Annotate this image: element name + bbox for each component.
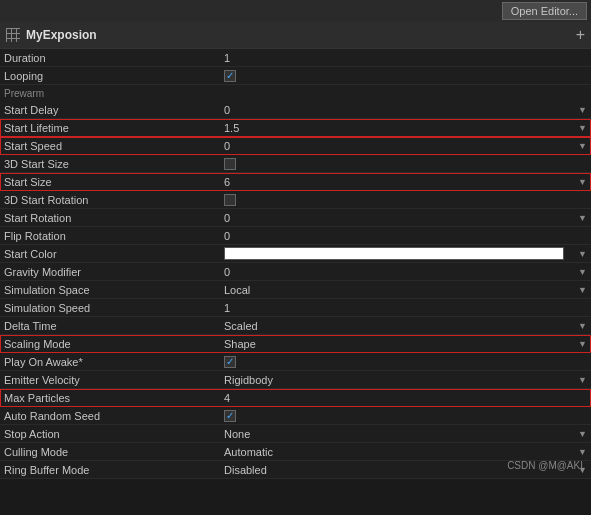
property-label: Start Lifetime xyxy=(4,122,224,134)
property-value[interactable]: 1.5▼ xyxy=(224,122,587,134)
grid-icon xyxy=(6,28,20,42)
value-text: Rigidbody xyxy=(224,374,273,386)
value-text: Local xyxy=(224,284,250,296)
property-value: 4 xyxy=(224,392,587,404)
property-label: Simulation Speed xyxy=(4,302,224,314)
open-editor-button[interactable]: Open Editor... xyxy=(502,2,587,20)
property-value[interactable]: Shape▼ xyxy=(224,338,587,350)
property-label: Start Color xyxy=(4,248,224,260)
property-row: Start Speed0▼ xyxy=(0,137,591,155)
property-value[interactable]: Automatic▼ xyxy=(224,446,587,458)
property-row: Scaling ModeShape▼ xyxy=(0,335,591,353)
property-value[interactable]: 0▼ xyxy=(224,212,587,224)
property-label: Start Rotation xyxy=(4,212,224,224)
value-text: 0 xyxy=(224,266,230,278)
property-label: 3D Start Rotation xyxy=(4,194,224,206)
dropdown-arrow-icon: ▼ xyxy=(578,285,587,295)
property-label: Start Delay xyxy=(4,104,224,116)
property-label: Delta Time xyxy=(4,320,224,332)
property-label: Play On Awake* xyxy=(4,356,224,368)
property-label: Looping xyxy=(4,70,224,82)
property-value[interactable]: Local▼ xyxy=(224,284,587,296)
property-row: Looping xyxy=(0,67,591,85)
dropdown-arrow-icon: ▼ xyxy=(578,141,587,151)
color-swatch[interactable] xyxy=(224,247,564,260)
value-text: Shape xyxy=(224,338,256,350)
property-value: 1 xyxy=(224,52,587,64)
checkbox-3d-start-rotation[interactable] xyxy=(224,194,236,206)
property-row: Gravity Modifier0▼ xyxy=(0,263,591,281)
property-label: Start Size xyxy=(4,176,224,188)
property-row: Duration1 xyxy=(0,49,591,67)
property-row: Start Color▼ xyxy=(0,245,591,263)
property-row: Max Particles4 xyxy=(0,389,591,407)
property-row: Start Size6▼ xyxy=(0,173,591,191)
value-text: 6 xyxy=(224,176,230,188)
property-value: ▼ xyxy=(224,247,587,260)
dropdown-arrow-icon: ▼ xyxy=(578,177,587,187)
property-value[interactable]: Scaled▼ xyxy=(224,320,587,332)
checkbox-3d-start-size[interactable] xyxy=(224,158,236,170)
panel-header-left: MyExposion xyxy=(6,28,97,42)
dropdown-arrow-icon: ▼ xyxy=(578,429,587,439)
property-value: 1 xyxy=(224,302,587,314)
property-label: Culling Mode xyxy=(4,446,224,458)
property-row: Start Lifetime1.5▼ xyxy=(0,119,591,137)
particle-system-panel: MyExposion + Duration1LoopingPrewarmStar… xyxy=(0,22,591,479)
panel-header: MyExposion + xyxy=(0,22,591,49)
property-label: Stop Action xyxy=(4,428,224,440)
property-label: 3D Start Size xyxy=(4,158,224,170)
property-row: Start Rotation0▼ xyxy=(0,209,591,227)
panel-title: MyExposion xyxy=(26,28,97,42)
dropdown-arrow-icon: ▼ xyxy=(578,267,587,277)
dropdown-arrow-icon: ▼ xyxy=(578,447,587,457)
property-row: Stop ActionNone▼ xyxy=(0,425,591,443)
property-label: Auto Random Seed xyxy=(4,410,224,422)
dropdown-arrow-icon: ▼ xyxy=(578,105,587,115)
add-component-button[interactable]: + xyxy=(576,26,585,44)
dropdown-arrow-icon: ▼ xyxy=(578,339,587,349)
value-text: 0 xyxy=(224,104,230,116)
property-row: Auto Random Seed xyxy=(0,407,591,425)
watermark: CSDN @M@AKI xyxy=(507,460,583,471)
property-label: Simulation Space xyxy=(4,284,224,296)
value-text: Automatic xyxy=(224,446,273,458)
value-text: None xyxy=(224,428,250,440)
value-text: Disabled xyxy=(224,464,267,476)
property-value: 0 xyxy=(224,230,587,242)
property-row: Culling ModeAutomatic▼ xyxy=(0,443,591,461)
property-value[interactable]: 6▼ xyxy=(224,176,587,188)
property-label: Flip Rotation xyxy=(4,230,224,242)
value-text: Scaled xyxy=(224,320,258,332)
value-text: 1.5 xyxy=(224,122,239,134)
property-row: Simulation Speed1 xyxy=(0,299,591,317)
property-row: Play On Awake* xyxy=(0,353,591,371)
property-row: Flip Rotation0 xyxy=(0,227,591,245)
value-text: 0 xyxy=(224,140,230,152)
property-value[interactable]: 0▼ xyxy=(224,104,587,116)
checkbox-looping[interactable] xyxy=(224,70,236,82)
properties-list: Duration1LoopingPrewarmStart Delay0▼Star… xyxy=(0,49,591,479)
property-label: Gravity Modifier xyxy=(4,266,224,278)
property-value[interactable]: None▼ xyxy=(224,428,587,440)
value-text: 0 xyxy=(224,212,230,224)
dropdown-arrow-icon: ▼ xyxy=(578,213,587,223)
section-label: Prewarm xyxy=(0,85,591,101)
property-label: Start Speed xyxy=(4,140,224,152)
property-row: Start Delay0▼ xyxy=(0,101,591,119)
dropdown-arrow-icon: ▼ xyxy=(578,321,587,331)
property-label: Max Particles xyxy=(4,392,224,404)
property-row: Emitter VelocityRigidbody▼ xyxy=(0,371,591,389)
property-label: Emitter Velocity xyxy=(4,374,224,386)
dropdown-arrow-icon: ▼ xyxy=(578,375,587,385)
property-label: Duration xyxy=(4,52,224,64)
dropdown-arrow-icon: ▼ xyxy=(578,123,587,133)
property-value[interactable]: 0▼ xyxy=(224,140,587,152)
property-label: Scaling Mode xyxy=(4,338,224,350)
property-label: Ring Buffer Mode xyxy=(4,464,224,476)
checkbox-auto-random-seed[interactable] xyxy=(224,410,236,422)
property-value[interactable]: Rigidbody▼ xyxy=(224,374,587,386)
checkbox-play-on-awake*[interactable] xyxy=(224,356,236,368)
property-value[interactable]: 0▼ xyxy=(224,266,587,278)
property-row: 3D Start Rotation xyxy=(0,191,591,209)
